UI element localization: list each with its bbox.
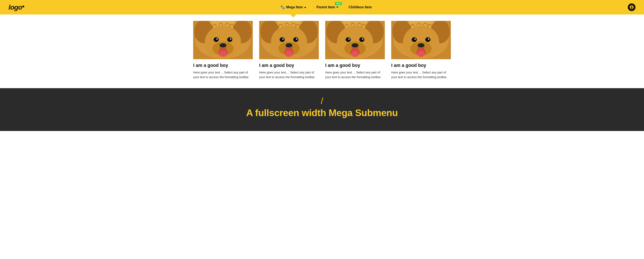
nav-label-mega: Mega Item: [286, 5, 303, 9]
card-4-image: [391, 21, 451, 59]
header: logo 🐾 Mega Item Parent Item NEW Childle…: [0, 0, 644, 14]
card-3-image: [325, 21, 385, 59]
card-1: I am a good boy Here goes your text ... …: [193, 21, 253, 80]
card-4-text: Here goes your text ... Select any part …: [391, 70, 451, 80]
svg-point-27: [285, 51, 293, 57]
svg-point-13: [219, 51, 227, 57]
svg-point-41: [351, 51, 359, 57]
main-nav: 🐾 Mega Item Parent Item NEW Childless It…: [24, 0, 628, 14]
nav-label-parent: Parent Item: [316, 5, 335, 9]
card-4: I am a good boy Here goes your text ... …: [391, 21, 451, 80]
svg-point-35: [346, 37, 351, 42]
logo[interactable]: logo: [8, 4, 24, 11]
mega-dropdown: I am a good boy Here goes your text ... …: [0, 14, 644, 88]
nav-item-parent[interactable]: Parent Item NEW: [311, 0, 344, 14]
svg-point-9: [216, 38, 218, 40]
svg-point-25: [286, 43, 292, 48]
svg-point-10: [230, 38, 231, 40]
nav-item-childless[interactable]: Childless Item: [344, 0, 377, 14]
card-2-image: [259, 21, 319, 59]
arrow-down-icon: [336, 6, 338, 8]
account-icon: [629, 5, 634, 10]
card-1-title: I am a good boy: [193, 62, 253, 68]
svg-point-8: [227, 37, 232, 42]
svg-point-49: [412, 37, 417, 42]
svg-point-52: [428, 38, 429, 40]
svg-point-51: [414, 38, 416, 40]
svg-point-39: [352, 43, 358, 48]
card-2-title: I am a good boy: [259, 62, 319, 68]
svg-point-11: [220, 43, 226, 48]
account-button[interactable]: [628, 4, 636, 11]
mega-submenu-banner: / A fullscreen width Mega Submenu: [0, 88, 644, 131]
card-1-text: Here goes your text ... Select any part …: [193, 70, 253, 80]
svg-point-55: [417, 51, 425, 57]
card-1-image: [193, 21, 253, 59]
banner-title: A fullscreen width Mega Submenu: [4, 107, 640, 118]
svg-point-53: [418, 43, 424, 48]
paw-icon: 🐾: [280, 5, 285, 10]
nav-item-mega[interactable]: 🐾 Mega Item: [275, 0, 311, 14]
card-3: I am a good boy Here goes your text ... …: [325, 21, 385, 80]
mega-pointer: [290, 14, 297, 18]
badge-new: NEW: [335, 2, 342, 5]
svg-point-36: [359, 37, 364, 42]
svg-point-22: [293, 37, 298, 42]
card-4-title: I am a good boy: [391, 62, 451, 68]
nav-label-childless: Childless Item: [348, 5, 372, 9]
logo-dot: [22, 6, 24, 8]
svg-point-23: [282, 38, 284, 40]
banner-slash: /: [4, 97, 640, 105]
svg-point-24: [296, 38, 297, 40]
svg-point-37: [348, 38, 350, 40]
card-3-text: Here goes your text ... Select any part …: [325, 70, 385, 80]
svg-point-7: [214, 37, 219, 42]
svg-point-50: [425, 37, 430, 42]
card-3-title: I am a good boy: [325, 62, 385, 68]
arrow-up-icon: [304, 6, 306, 8]
svg-point-38: [362, 38, 363, 40]
svg-point-21: [280, 37, 285, 42]
card-2-text: Here goes your text ... Select any part …: [259, 70, 319, 80]
card-2: I am a good boy Here goes your text ... …: [259, 21, 319, 80]
